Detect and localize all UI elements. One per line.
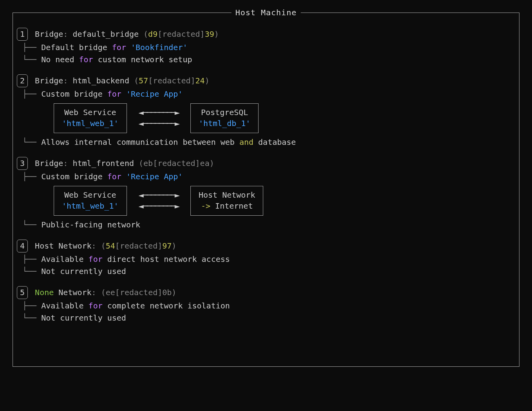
network-entry: 1 Bridge: default_bridge (d9[redacted]39…	[17, 28, 515, 66]
service-box-left: Web Service'html_web_1'	[54, 103, 127, 133]
entry-number-badge: 4	[17, 240, 28, 252]
entry-headline: 2 Bridge: html_backend (57[redacted]24)	[17, 74, 515, 87]
entry-headline: 5 None Network: (ee[redacted]0b)	[17, 286, 515, 299]
tree-branch: └── Public-facing network	[22, 219, 515, 231]
network-entry: 3 Bridge: html_frontend (eb[redacted]ea)…	[17, 157, 515, 231]
service-row: Web Service'html_web_1'◄────────►◄──────…	[54, 186, 515, 216]
tree-branch: ├── Available for complete network isola…	[22, 300, 515, 312]
entry-number-badge: 3	[17, 157, 28, 170]
tree-branch: ├── Available for direct host network ac…	[22, 253, 515, 265]
entry-headline: 3 Bridge: html_frontend (eb[redacted]ea)	[17, 157, 515, 170]
service-row: Web Service'html_web_1'◄────────►◄──────…	[54, 103, 515, 133]
entry-tree: ├── Custom bridge for 'Recipe App'Web Se…	[22, 88, 515, 148]
service-box-right: PostgreSQL'html_db_1'	[190, 103, 259, 133]
entry-number-badge: 2	[17, 74, 28, 87]
entry-tree: ├── Custom bridge for 'Recipe App'Web Se…	[22, 171, 515, 231]
host-machine-frame: Host Machine 1 Bridge: default_bridge (d…	[13, 13, 519, 367]
bidirectional-arrow-icon: ◄────────►◄────────►	[139, 108, 179, 128]
service-box-left: Web Service'html_web_1'	[54, 186, 127, 216]
network-entry: 5 None Network: (ee[redacted]0b)├── Avai…	[17, 286, 515, 324]
service-box-right: Host Network-> Internet	[190, 186, 264, 216]
entry-number-badge: 1	[17, 28, 28, 41]
entry-headline: 4 Host Network: (54[redacted]97)	[17, 240, 515, 252]
entry-tree: ├── Default bridge for 'Bookfinder'└── N…	[22, 41, 515, 66]
tree-branch: └── Not currently used	[22, 265, 515, 278]
frame-title: Host Machine	[232, 7, 301, 19]
tree-branch: ├── Custom bridge for 'Recipe App'	[22, 88, 515, 100]
entry-headline: 1 Bridge: default_bridge (d9[redacted]39…	[17, 28, 515, 41]
tree-branch: ├── Custom bridge for 'Recipe App'	[22, 171, 515, 183]
tree-branch: ├── Default bridge for 'Bookfinder'	[22, 41, 515, 54]
network-entry: 2 Bridge: html_backend (57[redacted]24)├…	[17, 74, 515, 148]
tree-branch: └── Allows internal communication betwee…	[22, 136, 515, 148]
entries-container: 1 Bridge: default_bridge (d9[redacted]39…	[17, 28, 515, 324]
bidirectional-arrow-icon: ◄────────►◄────────►	[139, 191, 179, 211]
entry-tree: ├── Available for complete network isola…	[22, 300, 515, 324]
tree-branch: └── No need for custom network setup	[22, 54, 515, 66]
network-entry: 4 Host Network: (54[redacted]97)├── Avai…	[17, 240, 515, 278]
entry-tree: ├── Available for direct host network ac…	[22, 253, 515, 278]
entry-number-badge: 5	[17, 286, 28, 299]
tree-branch: └── Not currently used	[22, 312, 515, 324]
